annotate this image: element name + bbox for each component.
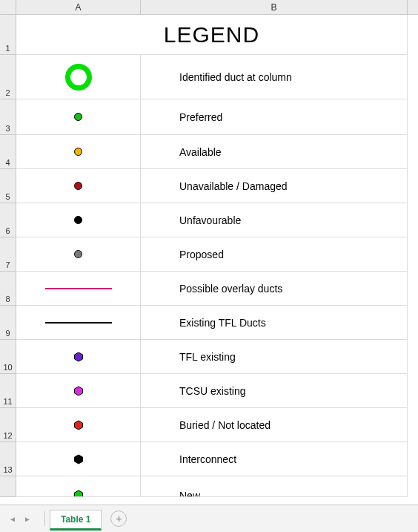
legend-label: New [179,490,200,497]
legend-label: Existing TFL Ducts [179,317,266,329]
legend-label: Buried / Not located [179,419,271,431]
tab-next-icon[interactable]: ► [22,513,33,524]
tab-prev-icon[interactable]: ◄ [7,513,18,524]
rows-container: 1LEGEND2Identified duct at column3Prefer… [0,15,418,497]
legend-label: TFL existing [179,351,236,363]
cell-label[interactable]: TCSU existing [141,374,408,408]
svg-marker-0 [74,352,82,361]
dot-icon [74,182,82,190]
legend-label: Available [179,146,222,158]
cell-symbol[interactable] [16,237,141,272]
dot-icon [74,216,82,224]
cell-label[interactable]: Preferred [141,99,408,135]
add-sheet-button[interactable]: + [110,510,127,527]
cell-symbol[interactable] [16,442,141,476]
row-header[interactable]: 12 [0,408,16,442]
legend-label: TCSU existing [179,385,245,397]
tab-separator [44,511,45,526]
row-header[interactable]: 2 [0,55,16,99]
column-header-bar: A B [0,0,418,15]
cell-symbol[interactable] [16,340,141,374]
svg-marker-3 [74,455,82,464]
legend-title: LEGEND [16,22,407,47]
line-icon [45,322,112,324]
legend-label: Preferred [179,111,222,123]
select-all-corner[interactable] [0,0,16,14]
sheet-tab-bar: ◄ ► Table 1 + [0,505,418,532]
row-header[interactable]: 13 [0,442,16,476]
legend-label: Interconnect [179,453,236,465]
row-header[interactable]: 4 [0,135,16,169]
dot-icon [74,113,82,121]
cell-symbol[interactable] [16,408,141,442]
hexagon-icon [73,490,84,497]
cell-label[interactable]: TFL existing [141,340,408,374]
cell-label[interactable]: Identified duct at column [141,55,408,99]
hexagon-icon [73,352,84,362]
ring-icon [65,64,92,91]
legend-label: Identified duct at column [179,71,292,83]
row-header[interactable]: 3 [0,99,16,135]
row-header[interactable]: 1 [0,15,16,55]
cell-symbol[interactable] [16,169,141,203]
row-header[interactable]: 6 [0,203,16,237]
cell-symbol[interactable] [16,55,141,99]
hexagon-icon [73,454,84,464]
cell-symbol[interactable] [16,306,141,340]
row-header[interactable]: 5 [0,169,16,203]
cell-label[interactable]: Unfavourable [141,203,408,237]
row-header[interactable]: 11 [0,374,16,408]
cell-symbol[interactable] [16,476,141,497]
row-header[interactable]: 10 [0,340,16,374]
cell-label[interactable]: Possible overlay ducts [141,272,408,306]
column-header-a[interactable]: A [16,0,141,14]
cell-label[interactable]: Buried / Not located [141,408,408,442]
column-header-b[interactable]: B [141,0,408,14]
cell-label[interactable]: Unavailable / Damaged [141,169,408,203]
cell-label[interactable]: Interconnect [141,442,408,476]
legend-label: Unavailable / Damaged [179,180,288,192]
dot-icon [74,250,82,258]
line-icon [45,288,112,289]
svg-marker-4 [74,490,82,497]
cell-symbol[interactable] [16,374,141,408]
cell-title[interactable]: LEGEND [16,15,408,55]
cell-label[interactable]: Existing TFL Ducts [141,306,408,340]
row-header[interactable]: 7 [0,237,16,272]
sheet-tab-active[interactable]: Table 1 [50,510,102,531]
svg-marker-1 [74,387,82,395]
cell-symbol[interactable] [16,135,141,169]
hexagon-icon [73,386,84,396]
cell-symbol[interactable] [16,99,141,135]
hexagon-icon [73,420,84,430]
legend-label: Possible overlay ducts [179,283,282,295]
dot-icon [74,148,82,156]
cell-symbol[interactable] [16,272,141,306]
cell-symbol[interactable] [16,203,141,237]
row-header[interactable]: 9 [0,306,16,340]
row-header[interactable] [0,476,16,497]
cell-label[interactable]: Proposed [141,237,408,272]
legend-label: Proposed [179,249,224,260]
svg-marker-2 [74,421,82,430]
tab-nav: ◄ ► [0,513,40,524]
legend-label: Unfavourable [179,214,241,226]
cell-label[interactable]: Available [141,135,408,169]
row-header[interactable]: 8 [0,272,16,306]
spreadsheet-area: A B 1LEGEND2Identified duct at column3Pr… [0,0,418,505]
cell-label[interactable]: New [141,476,408,497]
